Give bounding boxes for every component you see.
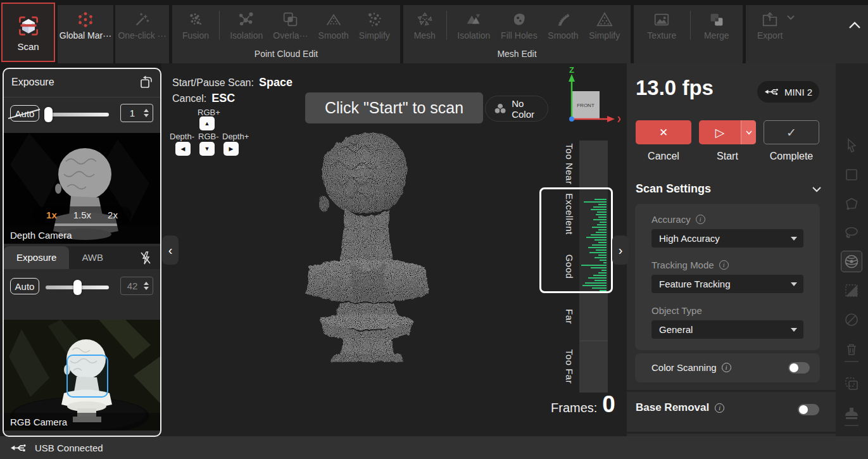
spin-up-icon[interactable] [144, 109, 149, 112]
reset-window-icon[interactable] [139, 75, 154, 90]
scan-settings-title: Scan Settings [636, 182, 711, 196]
divider [627, 390, 836, 392]
rgb-auto-exposure-button[interactable]: Auto [10, 278, 39, 294]
overlap-button[interactable]: Overla··· [273, 10, 308, 41]
info-icon[interactable]: i [715, 403, 724, 413]
zoom-2x-option[interactable]: 2x [108, 210, 118, 220]
complete-scan-button[interactable]: ✓ [764, 120, 819, 144]
frames-value: 0 [602, 391, 615, 418]
pc-smooth-button[interactable]: Smooth [318, 10, 349, 41]
mesh-button[interactable]: Mesh [414, 10, 436, 41]
scan-settings-collapse-chevron-icon[interactable] [812, 186, 822, 192]
tab-awb[interactable]: AWB [69, 246, 116, 269]
stamp-tool[interactable] [841, 403, 862, 424]
rgb-exposure-value[interactable]: 42 [120, 277, 153, 295]
sphere-brush-tool[interactable] [841, 251, 862, 272]
point-cloud-edit-group-label: Point Cloud Edit [172, 49, 400, 59]
smooth-icon [324, 10, 343, 29]
rectangle-select-tool[interactable] [841, 164, 862, 185]
delete-selection-tool[interactable] [841, 339, 862, 360]
rgb-minus-label: RGB- [198, 132, 219, 141]
info-icon[interactable]: i [722, 363, 731, 372]
duplicate-icon [843, 375, 860, 393]
info-icon[interactable]: i [696, 215, 705, 224]
merge-icon [707, 10, 726, 29]
one-click-group: One-click ··· [115, 5, 169, 63]
polygon-select-icon [843, 195, 860, 213]
spin-down-icon[interactable] [144, 287, 149, 290]
merge-button[interactable]: Merge [704, 10, 729, 41]
export-button[interactable]: Export [757, 10, 783, 41]
pc-simplify-button[interactable]: Simplify [359, 10, 390, 41]
mesh-smooth-button[interactable]: Smooth [548, 10, 578, 41]
depth-auto-exposure-button[interactable]: Auto [10, 105, 39, 122]
mesh-icon [415, 10, 434, 29]
depth-exposure-value[interactable]: 1 [120, 104, 153, 122]
color-scanning-toggle[interactable] [788, 362, 810, 374]
lasso-select-tool[interactable] [841, 222, 862, 244]
rgb-camera-preview: RGB Camera [4, 320, 160, 431]
fusion-button[interactable]: Fusion [182, 10, 209, 41]
frames-label: Frames: [551, 401, 597, 415]
texture-button[interactable]: Texture [647, 10, 676, 41]
arrow-up-key-icon: ▲ [199, 116, 215, 130]
duplicate-tool[interactable] [841, 373, 862, 394]
mesh-simplify-label: Simplify [589, 30, 620, 41]
depth-exposure-slider[interactable] [46, 108, 109, 122]
optimal-range-highlight-box [539, 187, 613, 293]
global-marker-button[interactable]: Global Mar··· [60, 10, 111, 41]
no-color-toggle-button[interactable]: No Color [485, 96, 548, 122]
slider-knob[interactable] [44, 107, 53, 122]
mesh-simplify-button[interactable]: Simplify [589, 10, 620, 41]
gizmo-y-origin-dot [569, 116, 574, 122]
device-name: MINI 2 [784, 87, 812, 97]
histogram-panel-expand-tab[interactable]: › [612, 236, 629, 265]
fill-holes-label: Fill Holes [501, 30, 538, 41]
spin-up-icon[interactable] [144, 282, 149, 285]
pc-isolation-button[interactable]: Isolation [230, 10, 263, 41]
select-cursor-tool[interactable] [841, 135, 862, 156]
tracking-mode-dropdown[interactable]: Feature Tracking [651, 275, 803, 293]
deselect-icon [843, 311, 860, 329]
one-click-button[interactable]: One-click ··· [118, 10, 166, 41]
auto-label: Auto [15, 281, 35, 292]
fill-holes-button[interactable]: Fill Holes [501, 10, 538, 41]
zoom-1-5x-option[interactable]: 1.5x [73, 210, 91, 220]
left-panel-collapse-tab[interactable]: ‹ [162, 236, 179, 265]
zoom-1x-option[interactable]: 1x [46, 210, 57, 220]
deselect-tool[interactable] [841, 309, 862, 330]
histogram-zone-divider [579, 341, 608, 341]
scan-button[interactable]: Scan [1, 3, 55, 62]
global-markers-icon [76, 10, 95, 29]
tab-exposure[interactable]: Exposure [4, 246, 69, 269]
depth-zoom-options: 1x 1.5x 2x [32, 206, 132, 223]
object-type-dropdown[interactable]: General [651, 320, 803, 339]
export-dropdown-chevron-icon[interactable] [786, 15, 795, 20]
spin-down-icon[interactable] [144, 114, 149, 117]
accuracy-dropdown[interactable]: High Accuracy [651, 229, 803, 248]
depth-minus-label: Depth- [170, 132, 194, 141]
flash-off-icon[interactable] [139, 251, 153, 266]
slider-knob[interactable] [73, 280, 82, 295]
arrow-right-key-icon: ▶ [223, 142, 239, 156]
start-scan-button[interactable]: ▷ [699, 120, 756, 144]
base-removal-toggle[interactable] [798, 404, 819, 415]
cancel-scan-button[interactable]: ✕ [636, 120, 691, 144]
usb-status-text: USB Connected [35, 443, 103, 453]
axis-gizmo[interactable]: FRONT Z X [546, 67, 620, 128]
toolbar-divider [845, 425, 859, 426]
ribbon-collapse-chevron-icon[interactable] [848, 20, 862, 30]
texture-label: Texture [647, 30, 676, 41]
slider-track[interactable] [46, 113, 109, 116]
global-marker-group: Global Mar··· [58, 5, 113, 63]
info-icon[interactable]: i [719, 260, 729, 270]
polygon-select-tool[interactable] [841, 193, 862, 215]
mesh-isolation-button[interactable]: Isolation [457, 10, 490, 41]
top-toolbar: Scan Global Mar··· [0, 0, 868, 63]
zone-too-near-label: Too Near [564, 144, 575, 185]
start-dropdown-button[interactable] [741, 120, 756, 144]
rgb-exposure-slider[interactable] [46, 280, 109, 294]
rgb-exposure-number: 42 [121, 280, 144, 291]
invert-selection-tool[interactable] [841, 280, 862, 301]
scan-control-panel: 13.0 fps MINI 2 ✕ ▷ ✓ Cancel Start [627, 63, 836, 436]
